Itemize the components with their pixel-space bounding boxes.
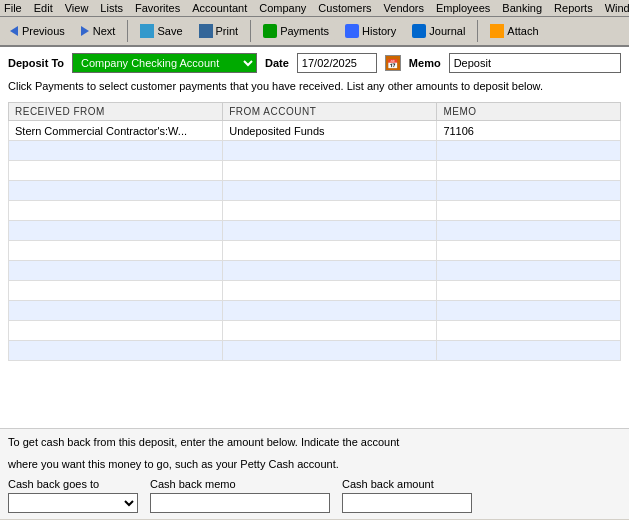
main-content: Deposit To Company Checking Account Date… bbox=[0, 47, 629, 519]
print-button[interactable]: Print bbox=[193, 21, 245, 41]
bottom-text-line1: To get cash back from this deposit, ente… bbox=[8, 435, 621, 450]
date-label: Date bbox=[265, 57, 289, 69]
deposit-to-select[interactable]: Company Checking Account bbox=[72, 53, 257, 73]
journal-icon bbox=[412, 24, 426, 38]
deposit-to-label: Deposit To bbox=[8, 57, 64, 69]
payments-button[interactable]: Payments bbox=[257, 21, 335, 41]
bottom-form-row: Cash back goes to Cash back memo Cash ba… bbox=[8, 478, 621, 513]
save-icon bbox=[140, 24, 154, 38]
table-row[interactable] bbox=[9, 261, 621, 281]
menu-item-window[interactable]: Window bbox=[605, 2, 629, 14]
previous-button[interactable]: Previous bbox=[4, 22, 71, 40]
separator-1 bbox=[127, 20, 128, 42]
history-button[interactable]: History bbox=[339, 21, 402, 41]
save-button[interactable]: Save bbox=[134, 21, 188, 41]
print-icon bbox=[199, 24, 213, 38]
memo-input[interactable] bbox=[449, 53, 621, 73]
form-row: Deposit To Company Checking Account Date… bbox=[8, 53, 621, 73]
menu-item-banking[interactable]: Banking bbox=[502, 2, 542, 14]
memo-label: Memo bbox=[409, 57, 441, 69]
table-row[interactable] bbox=[9, 341, 621, 361]
menu-item-vendors[interactable]: Vendors bbox=[384, 2, 424, 14]
table-header-row: RECEIVED FROM FROM ACCOUNT MEMO bbox=[9, 103, 621, 121]
toolbar: Previous Next Save Print Payments Histor… bbox=[0, 17, 629, 47]
menu-item-customers[interactable]: Customers bbox=[318, 2, 371, 14]
table-row[interactable] bbox=[9, 221, 621, 241]
menu-item-reports[interactable]: Reports bbox=[554, 2, 593, 14]
table-row[interactable] bbox=[9, 181, 621, 201]
date-input[interactable] bbox=[297, 53, 377, 73]
menu-item-company[interactable]: Company bbox=[259, 2, 306, 14]
menu-item-accountant[interactable]: Accountant bbox=[192, 2, 247, 14]
table-row[interactable]: Stern Commercial Contractor's:W...Undepo… bbox=[9, 121, 621, 141]
cash-back-memo-label: Cash back memo bbox=[150, 478, 330, 490]
table-row[interactable] bbox=[9, 301, 621, 321]
table-row[interactable] bbox=[9, 161, 621, 181]
attach-icon bbox=[490, 24, 504, 38]
calendar-icon[interactable]: 📅 bbox=[385, 55, 401, 71]
cash-back-goes-to-group: Cash back goes to bbox=[8, 478, 138, 513]
cash-back-amount-label: Cash back amount bbox=[342, 478, 472, 490]
table-row[interactable] bbox=[9, 141, 621, 161]
bottom-text-line2: where you want this money to go, such as… bbox=[8, 457, 621, 472]
menu-item-edit[interactable]: Edit bbox=[34, 2, 53, 14]
payments-icon bbox=[263, 24, 277, 38]
col-received-from: RECEIVED FROM bbox=[9, 103, 223, 121]
next-icon bbox=[81, 26, 89, 36]
menu-item-employees[interactable]: Employees bbox=[436, 2, 490, 14]
previous-icon bbox=[10, 26, 18, 36]
deposit-table: RECEIVED FROM FROM ACCOUNT MEMO Stern Co… bbox=[8, 102, 621, 361]
separator-2 bbox=[250, 20, 251, 42]
cash-back-amount-group: Cash back amount bbox=[342, 478, 472, 513]
menu-item-file[interactable]: File bbox=[4, 2, 22, 14]
table-row[interactable] bbox=[9, 321, 621, 341]
menu-item-favorites[interactable]: Favorites bbox=[135, 2, 180, 14]
cash-back-goes-to-label: Cash back goes to bbox=[8, 478, 138, 490]
cash-back-goes-to-select[interactable] bbox=[8, 493, 138, 513]
history-icon bbox=[345, 24, 359, 38]
attach-button[interactable]: Attach bbox=[484, 21, 544, 41]
journal-button[interactable]: Journal bbox=[406, 21, 471, 41]
table-row[interactable] bbox=[9, 241, 621, 261]
col-from-account: FROM ACCOUNT bbox=[223, 103, 437, 121]
next-button[interactable]: Next bbox=[75, 22, 122, 40]
menu-bar: File Edit View Lists Favorites Accountan… bbox=[0, 0, 629, 17]
table-row[interactable] bbox=[9, 201, 621, 221]
bottom-section: To get cash back from this deposit, ente… bbox=[0, 428, 629, 519]
separator-3 bbox=[477, 20, 478, 42]
cash-back-memo-group: Cash back memo bbox=[150, 478, 330, 513]
instruction-text: Click Payments to select customer paymen… bbox=[8, 79, 621, 94]
cash-back-memo-input[interactable] bbox=[150, 493, 330, 513]
menu-item-lists[interactable]: Lists bbox=[100, 2, 123, 14]
menu-item-view[interactable]: View bbox=[65, 2, 89, 14]
col-memo: MEMO bbox=[437, 103, 621, 121]
table-row[interactable] bbox=[9, 281, 621, 301]
cash-back-amount-input[interactable] bbox=[342, 493, 472, 513]
